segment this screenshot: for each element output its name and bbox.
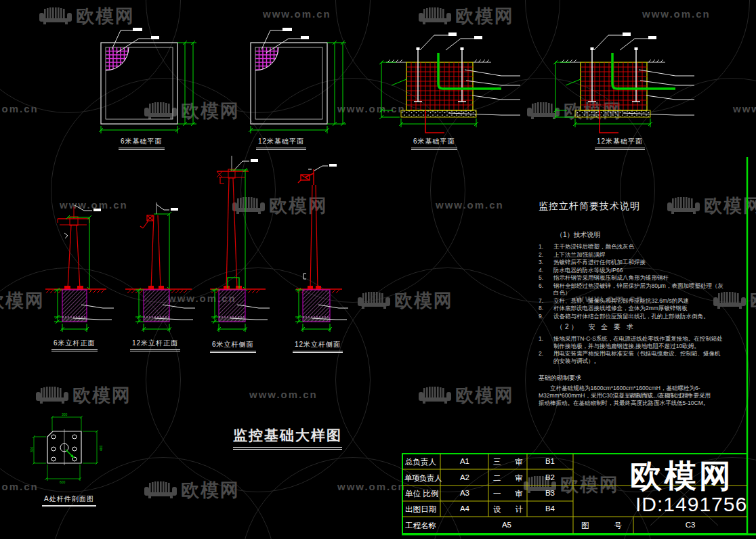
pole-12m-front-linework: [125, 202, 195, 332]
detail-dim-right: 400: [99, 446, 103, 451]
site-logo-text: 欧模网: [630, 455, 734, 498]
tb-row3-review: 一审: [493, 489, 523, 499]
section-12m-linework: [553, 33, 694, 133]
plan-6m-linework: [99, 28, 196, 133]
tech-notes: 监控立杆简要技术说明 （1）技术说明 1.主干热浸锌后喷塑，颜色浅灰色 2.上下…: [539, 200, 726, 407]
pole-12m-side-linework: [295, 164, 348, 332]
tb-row1-label: 总负责人: [405, 457, 436, 467]
safety-note-item: 2.用电安装需严格按用电标准安装（包括电缆敷设、控制箱、摄像机的安装与调试）。: [539, 350, 726, 364]
notes-safety-header: （2） 安 全 要 求: [556, 322, 726, 332]
tb-row4-review: 设计: [493, 504, 523, 515]
pole-6m-side-linework: [210, 156, 270, 332]
detail-a-linework: [33, 416, 98, 481]
tech-note-item: 3.热镀锌后不再进行任何机加工和焊接: [539, 259, 726, 266]
safety-note-item: 1.接地采用TN-C-S系统，在电源进线处零线作重复接地。在控制箱处制作接地极，…: [539, 335, 726, 349]
section-6m-linework: [379, 33, 520, 133]
tech-note-item: 2.上下法兰加强筋满焊: [539, 251, 726, 259]
plan-12m-linework: [249, 28, 346, 133]
site-logo-id: ID:1491756: [635, 493, 747, 516]
label-plan-12m: 12米基础平面: [256, 137, 306, 150]
tb-figno-value: C3: [634, 521, 747, 529]
tb-row1-value: A1: [441, 457, 488, 465]
tb-row1-review: 三审: [493, 457, 523, 467]
tb-row3-label: 单位 比例: [405, 489, 438, 499]
label-pole-12m-side: 12米立杆侧面: [293, 340, 343, 353]
label-detail-a: A处杆件剖面图: [42, 494, 96, 507]
label-pole-12m-front: 12米立杆正面: [130, 339, 180, 351]
tb-row2-value: A2: [441, 473, 488, 481]
notes-tech-header: （1）技术说明: [556, 230, 726, 240]
tech-note-item: 4.防水电器的防水等级为IP66: [539, 267, 726, 274]
tb-row4-label: 出图日期: [405, 504, 436, 515]
tb-row4-review-value: B4: [528, 504, 572, 513]
cad-sheet: 欧模网 欧模网 www.om.cn www.om.cn 欧模网 欧模网 www.…: [0, 0, 756, 539]
pole-6m-front-linework: [45, 205, 114, 332]
tb-row1-review-value: B1: [528, 457, 572, 465]
tb-row2-review: 二审: [493, 473, 523, 483]
tb-row4-value: A4: [441, 504, 488, 513]
notes-foundation-header: 基础的砌制要求: [539, 374, 726, 383]
tb-row3-value: A3: [441, 489, 488, 497]
tb-project-label: 工程名称: [405, 521, 436, 531]
tech-note-item: 9.设备箱与杆体结合部位应预留出线孔，孔的上部做防水倒角。: [539, 313, 726, 320]
tech-note-item: 1.主干热浸锌后喷塑，颜色浅灰色: [539, 243, 726, 251]
tb-project-value: A5: [441, 521, 572, 529]
tb-row2-label: 单项负责人: [404, 473, 442, 483]
detail-dim-left: 300: [30, 447, 34, 452]
tb-figno-label: 图号: [581, 521, 622, 531]
label-pole-6m-front: 6米立杆正面: [51, 339, 98, 351]
detail-dim-top: 300: [62, 412, 67, 416]
detail-dim-bottom: 600: [60, 480, 65, 484]
notes-title: 监控立杆简要技术说明: [539, 200, 726, 213]
label-plan-6m: 6米基础平面: [119, 137, 165, 150]
main-title: 监控基础大样图: [233, 426, 342, 450]
notes-foundation-body: 立杆基础规格为1600cm*1600cm*1600cmH，基础螺栓为6-M32m…: [539, 385, 712, 407]
label-pole-6m-side: 6米立杆侧面: [210, 340, 256, 353]
tb-row3-review-value: B3: [528, 489, 572, 497]
label-section-12m: 12米基础平面: [595, 137, 645, 150]
tech-note-item: 6.钢杆全部经过热浸镀锌，锌层保护层为80μm，表面加喷塑处理（灰白色）: [539, 282, 726, 297]
tech-note-item: 8.杆体底部设电器接线维修盒，盒体为2mm厚镀锌钢板: [539, 305, 726, 312]
label-section-6m: 6米基础平面: [411, 137, 457, 150]
tb-row2-review-value: B2: [528, 473, 572, 481]
tech-note-item: 7.立杆、悬臂、摄像头和其它部件应能抗32.6m/s的风速: [539, 297, 726, 305]
tech-note-item: 5.指示杆钢管采用钢板压制成八角形为锥形钢杆: [539, 274, 726, 282]
